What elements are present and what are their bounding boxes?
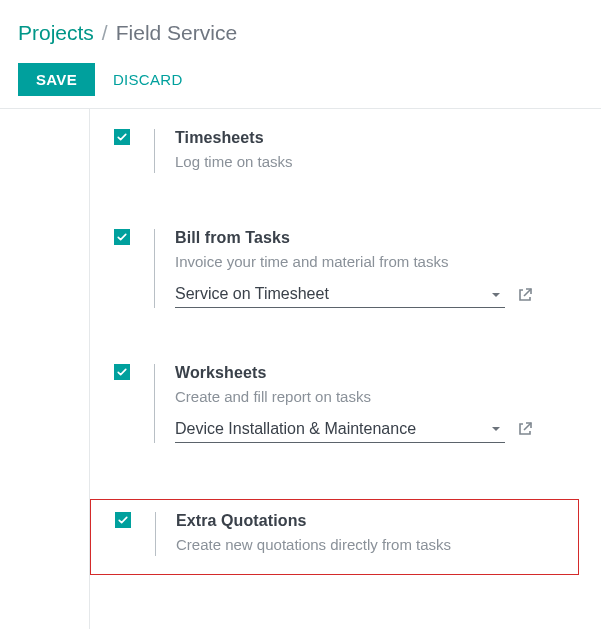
option-worksheets: Worksheets Create and fill report on tas… <box>90 364 591 443</box>
worksheet-template-select[interactable] <box>175 416 505 443</box>
external-link-icon[interactable] <box>517 287 533 303</box>
breadcrumb-separator: / <box>102 18 108 47</box>
external-link-icon[interactable] <box>517 421 533 437</box>
highlight-extra-quotations: Extra Quotations Create new quotations d… <box>90 499 579 575</box>
left-gutter <box>0 109 90 629</box>
bill-title: Bill from Tasks <box>175 229 585 247</box>
timesheets-desc: Log time on tasks <box>175 151 585 173</box>
worksheets-title: Worksheets <box>175 364 585 382</box>
timesheets-title: Timesheets <box>175 129 585 147</box>
bill-desc: Invoice your time and material from task… <box>175 251 585 273</box>
breadcrumb: Projects / Field Service <box>18 18 583 47</box>
option-bill-from-tasks: Bill from Tasks Invoice your time and ma… <box>90 229 591 308</box>
check-icon <box>117 514 129 526</box>
settings-content: Timesheets Log time on tasks Bill from T… <box>90 109 601 629</box>
discard-button[interactable]: DISCARD <box>109 63 187 96</box>
extra-quotations-title: Extra Quotations <box>176 512 572 530</box>
option-timesheets: Timesheets Log time on tasks <box>90 129 591 173</box>
extra-quotations-checkbox[interactable] <box>115 512 131 528</box>
save-button[interactable]: SAVE <box>18 63 95 96</box>
breadcrumb-root-link[interactable]: Projects <box>18 18 94 47</box>
breadcrumb-current: Field Service <box>116 18 237 47</box>
option-extra-quotations: Extra Quotations Create new quotations d… <box>91 512 578 556</box>
check-icon <box>116 131 128 143</box>
check-icon <box>116 231 128 243</box>
option-divider <box>154 129 155 173</box>
timesheets-checkbox[interactable] <box>114 129 130 145</box>
action-bar: SAVE DISCARD <box>18 63 583 96</box>
extra-quotations-desc: Create new quotations directly from task… <box>176 534 572 556</box>
option-divider <box>154 229 155 308</box>
bill-checkbox[interactable] <box>114 229 130 245</box>
option-divider <box>154 364 155 443</box>
worksheets-checkbox[interactable] <box>114 364 130 380</box>
worksheets-desc: Create and fill report on tasks <box>175 386 585 408</box>
option-divider <box>155 512 156 556</box>
check-icon <box>116 366 128 378</box>
bill-product-select[interactable] <box>175 281 505 308</box>
